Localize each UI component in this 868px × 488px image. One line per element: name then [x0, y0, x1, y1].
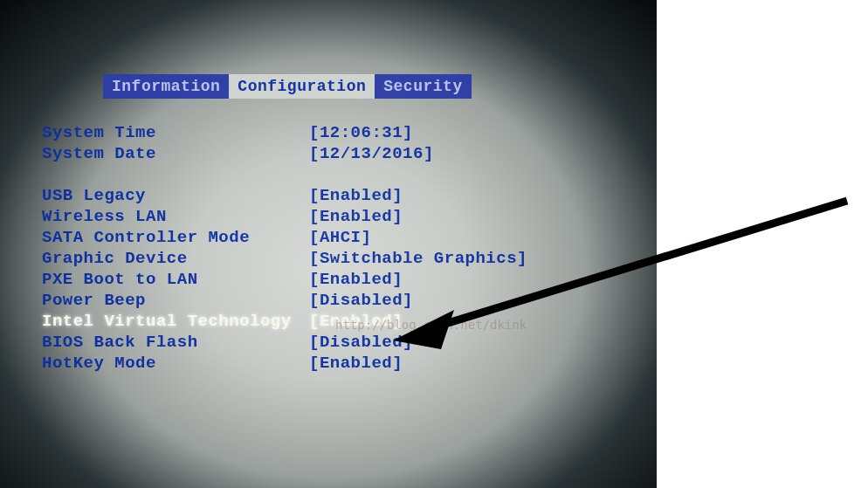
- bios-screen: Information Configuration Security Syste…: [42, 70, 618, 419]
- tab-configuration[interactable]: Configuration: [229, 74, 375, 99]
- setting-value: [Enabled]: [309, 206, 403, 227]
- label-system-date: System Date: [42, 143, 309, 164]
- setting-value: [Disabled]: [309, 290, 413, 311]
- setting-row[interactable]: Power Beep[Disabled]: [42, 290, 527, 311]
- bios-content: System Time [12:06:31] System Date [12/1…: [42, 122, 527, 374]
- setting-label: SATA Controller Mode: [42, 227, 309, 248]
- value-system-date: [12/13/2016]: [309, 143, 434, 164]
- setting-label: Power Beep: [42, 290, 309, 311]
- label-system-time: System Time: [42, 122, 309, 143]
- bios-photo: Information Configuration Security Syste…: [0, 0, 657, 488]
- setting-label: Wireless LAN: [42, 206, 309, 227]
- setting-value: [Enabled]: [309, 353, 403, 374]
- setting-label: BIOS Back Flash: [42, 332, 309, 353]
- setting-label: Intel Virtual Technology: [42, 311, 309, 332]
- watermark-text: http://blog.csdn.net/dkink: [335, 314, 527, 335]
- setting-row[interactable]: PXE Boot to LAN[Enabled]: [42, 269, 527, 290]
- bios-tabs: Information Configuration Security: [103, 74, 472, 99]
- setting-value: [Enabled]: [309, 269, 403, 290]
- setting-label: USB Legacy: [42, 185, 309, 206]
- setting-row[interactable]: SATA Controller Mode[AHCI]: [42, 227, 527, 248]
- setting-row[interactable]: USB Legacy[Enabled]: [42, 185, 527, 206]
- setting-row[interactable]: Graphic Device[Switchable Graphics]: [42, 248, 527, 269]
- setting-value: [AHCI]: [309, 227, 371, 248]
- row-system-time[interactable]: System Time [12:06:31]: [42, 122, 527, 143]
- value-system-time: [12:06:31]: [309, 122, 413, 143]
- tab-security[interactable]: Security: [375, 74, 471, 99]
- tab-information[interactable]: Information: [103, 74, 229, 99]
- setting-row[interactable]: HotKey Mode[Enabled]: [42, 353, 527, 374]
- setting-row[interactable]: Wireless LAN[Enabled]: [42, 206, 527, 227]
- setting-label: HotKey Mode: [42, 353, 309, 374]
- setting-value: [Enabled]: [309, 185, 403, 206]
- setting-label: Graphic Device: [42, 248, 309, 269]
- row-system-date[interactable]: System Date [12/13/2016]: [42, 143, 527, 164]
- setting-label: PXE Boot to LAN: [42, 269, 309, 290]
- setting-value: [Switchable Graphics]: [309, 248, 527, 269]
